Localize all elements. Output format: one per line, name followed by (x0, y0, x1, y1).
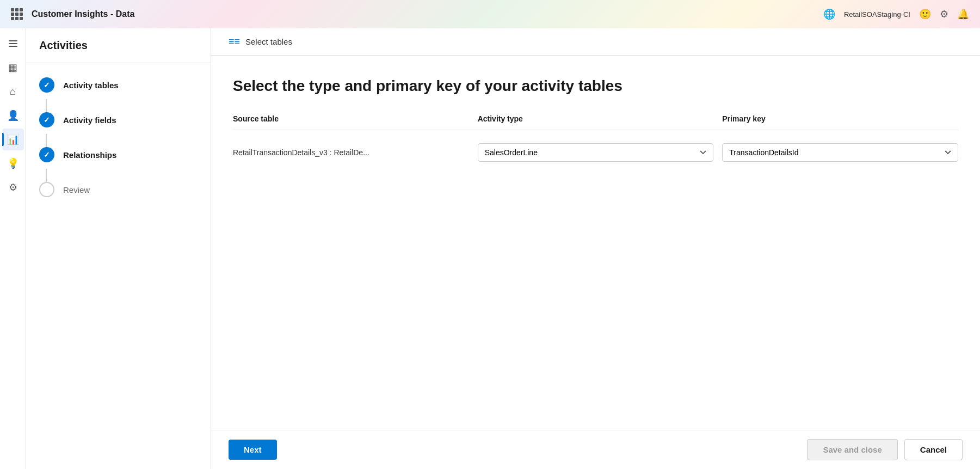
globe-icon[interactable]: 🌐 (823, 8, 835, 20)
source-table-value: RetailTransactionDetails_v3 : RetailDe..… (233, 148, 469, 157)
top-banner: Customer Insights - Data 🌐 RetailSOAStag… (0, 0, 980, 28)
sidebar-item-settings[interactable]: ⚙ (2, 176, 24, 198)
data-icon: 📊 (7, 133, 19, 145)
app-grid-icon[interactable] (11, 8, 23, 20)
page-title: Select the type and primary key of your … (233, 77, 958, 95)
table-header: Source table Activity type Primary key (233, 114, 958, 130)
step-label-activity-fields: Activity fields (63, 115, 116, 125)
main-content: ≡≡ Select tables Select the type and pri… (211, 28, 980, 469)
table-row: RetailTransactionDetails_v3 : RetailDe..… (233, 139, 958, 166)
bell-icon[interactable]: 🔔 (957, 8, 969, 20)
home-icon: ⌂ (10, 86, 16, 98)
sidebar-item-data[interactable]: 📊 (2, 129, 24, 150)
select-tables-icon: ≡≡ (229, 36, 240, 47)
step-label-review: Review (63, 185, 90, 194)
customers-icon: 👤 (7, 109, 19, 121)
step-item-review[interactable]: Review (26, 172, 211, 207)
sidebar-title: Activities (26, 39, 211, 63)
col-header-source-table: Source table (233, 114, 469, 123)
step-sidebar: Activities ✓ Activity tables ✓ Activity … (26, 28, 211, 469)
content-body: Select the type and primary key of your … (211, 56, 980, 430)
main-layout: ▦ ⌂ 👤 📊 💡 ⚙ Activities ✓ (0, 28, 980, 469)
check-icon-relationships: ✓ (44, 150, 50, 159)
check-icon-activity-fields: ✓ (44, 115, 50, 124)
step-item-relationships[interactable]: ✓ Relationships (26, 137, 211, 172)
smiley-icon[interactable]: 🙂 (919, 8, 931, 20)
sidebar-menu-toggle[interactable] (2, 33, 24, 54)
sidebar-item-insights[interactable]: 💡 (2, 153, 24, 174)
sidebar-item-dashboard[interactable]: ▦ (2, 57, 24, 78)
user-label: RetailSOAStaging-CI (844, 10, 910, 19)
primary-key-dropdown[interactable]: TransactionDetailsId TransactionId Custo… (722, 143, 958, 162)
step-circle-relationships: ✓ (39, 147, 54, 162)
settings-icon: ⚙ (9, 181, 17, 193)
save-close-button: Save and close (807, 439, 897, 460)
content-header: ≡≡ Select tables (211, 28, 980, 56)
footer: Next Save and close Cancel (211, 430, 980, 469)
content-header-title: Select tables (245, 37, 292, 46)
dashboard-icon: ▦ (8, 62, 17, 74)
check-icon-activity-tables: ✓ (44, 81, 50, 89)
insights-icon: 💡 (7, 157, 19, 169)
step-circle-activity-fields: ✓ (39, 112, 54, 127)
icon-sidebar: ▦ ⌂ 👤 📊 💡 ⚙ (0, 28, 26, 469)
content-area: Activities ✓ Activity tables ✓ Activity … (26, 28, 980, 469)
step-label-relationships: Relationships (63, 150, 116, 160)
activity-type-dropdown[interactable]: SalesOrderLine SalesOrder Purchase Servi… (478, 143, 714, 162)
gear-icon[interactable]: ⚙ (940, 8, 948, 20)
step-circle-activity-tables: ✓ (39, 77, 54, 93)
step-item-activity-fields[interactable]: ✓ Activity fields (26, 102, 211, 137)
app-title: Customer Insights - Data (32, 9, 134, 19)
next-button[interactable]: Next (229, 440, 277, 460)
col-header-activity-type: Activity type (478, 114, 714, 123)
sidebar-item-home[interactable]: ⌂ (2, 81, 24, 102)
cancel-button[interactable]: Cancel (904, 439, 963, 460)
step-circle-review (39, 182, 54, 197)
sidebar-item-customers[interactable]: 👤 (2, 105, 24, 126)
step-list: ✓ Activity tables ✓ Activity fields (26, 63, 211, 207)
col-header-primary-key: Primary key (722, 114, 958, 123)
step-item-activity-tables[interactable]: ✓ Activity tables (26, 68, 211, 102)
step-label-activity-tables: Activity tables (63, 81, 119, 90)
